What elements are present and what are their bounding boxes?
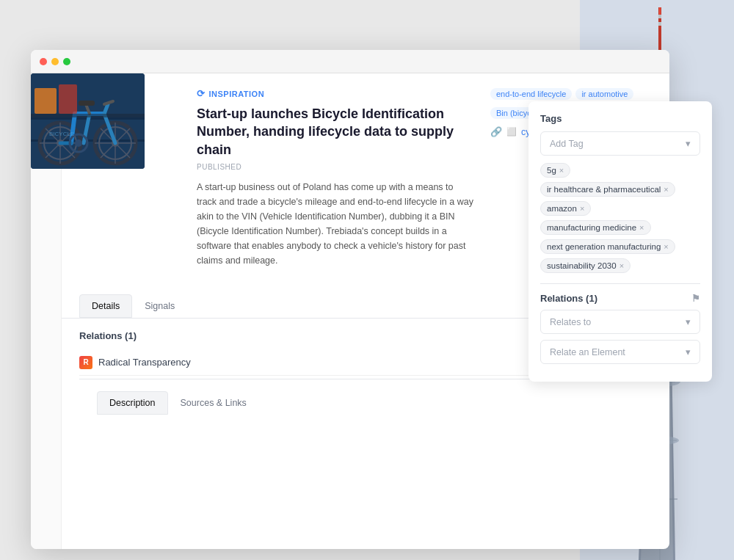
tab-details[interactable]: Details bbox=[79, 294, 132, 318]
relate-element-placeholder: Relate an Element bbox=[550, 347, 625, 357]
add-tag-placeholder: Add Tag bbox=[550, 139, 584, 149]
tag-remove-next-gen[interactable]: × bbox=[664, 242, 668, 251]
svg-rect-4 bbox=[658, 22, 661, 26]
tag-remove-manufacturing-medicine[interactable]: × bbox=[639, 223, 644, 232]
svg-rect-77 bbox=[31, 114, 145, 117]
panel-divider bbox=[540, 283, 700, 284]
chevron-down-icon: ▾ bbox=[686, 138, 691, 149]
tag-ir-automotive[interactable]: ir automotive bbox=[575, 88, 633, 100]
tag-remove-sustainability[interactable]: × bbox=[619, 261, 624, 270]
article-right-tags: end-to-end lifecycle ir automotive bbox=[490, 88, 652, 100]
tag-remove-amazon[interactable]: × bbox=[580, 204, 584, 213]
relations-panel-title: Relations (1) ⚑ bbox=[540, 293, 700, 304]
tag-chip-amazon: amazon × bbox=[540, 201, 591, 216]
relation-icon: R bbox=[79, 356, 92, 369]
tag-label: amazon bbox=[547, 204, 577, 213]
tag-chips-area: 5g × ir healthcare & pharmaceutical × am… bbox=[540, 163, 700, 273]
inspiration-icon: ⟳ bbox=[197, 88, 206, 99]
traffic-light-yellow[interactable] bbox=[51, 58, 59, 65]
relation-name: R Radical Transparency bbox=[79, 356, 191, 369]
tag-chip-manufacturing-medicine: manufacturing medicine × bbox=[540, 220, 651, 235]
tag-end-to-end[interactable]: end-to-end lifecycle bbox=[490, 88, 572, 100]
filter-icon[interactable]: ⚑ bbox=[691, 293, 700, 304]
relates-to-placeholder: Relates to bbox=[550, 317, 591, 327]
traffic-light-red[interactable] bbox=[40, 58, 47, 65]
chevron-down-icon-2: ▾ bbox=[686, 316, 691, 327]
tag-chip-next-gen: next generation manufacturing × bbox=[540, 239, 675, 254]
svg-rect-74 bbox=[79, 101, 95, 106]
tab-signals[interactable]: Signals bbox=[132, 294, 187, 318]
add-tag-dropdown[interactable]: Add Tag ▾ bbox=[540, 131, 700, 156]
relates-to-dropdown[interactable]: Relates to ▾ bbox=[540, 310, 700, 334]
right-panel: Tags Add Tag ▾ 5g × ir healthcare & phar… bbox=[528, 101, 712, 382]
tag-chip-healthcare: ir healthcare & pharmaceutical × bbox=[540, 182, 675, 197]
svg-rect-2 bbox=[659, 7, 661, 15]
article-category: ⟳ INSPIRATION bbox=[197, 88, 476, 99]
tag-label: next generation manufacturing bbox=[547, 242, 661, 251]
tag-remove-5g[interactable]: × bbox=[559, 166, 564, 175]
svg-point-70 bbox=[75, 139, 82, 147]
tags-panel-title: Tags bbox=[540, 113, 700, 124]
svg-rect-3 bbox=[658, 15, 661, 18]
traffic-light-green[interactable] bbox=[63, 58, 70, 65]
bike-photo: BICYCLE bbox=[31, 73, 145, 169]
svg-rect-75 bbox=[34, 88, 57, 114]
tag-label: sustainability 2030 bbox=[547, 261, 617, 270]
chevron-down-icon-3: ▾ bbox=[686, 346, 691, 357]
article-body: A start-up business out of Poland has co… bbox=[197, 180, 476, 268]
browser-titlebar bbox=[31, 50, 669, 73]
svg-text:BICYCLE: BICYCLE bbox=[49, 131, 74, 137]
tag-remove-healthcare[interactable]: × bbox=[664, 185, 668, 194]
tag-chip-sustainability: sustainability 2030 × bbox=[540, 258, 631, 273]
external-icon: ⬜ bbox=[506, 127, 517, 137]
article-title: Start-up launches Bicycle Identification… bbox=[197, 105, 476, 159]
link-icon: 🔗 bbox=[490, 126, 502, 137]
relate-element-dropdown[interactable]: Relate an Element ▾ bbox=[540, 340, 700, 364]
tab-sources[interactable]: Sources & Links bbox=[168, 391, 259, 415]
tag-chip-5g: 5g × bbox=[540, 163, 570, 178]
svg-rect-76 bbox=[59, 84, 77, 114]
bottom-tabs: Description Sources & Links bbox=[79, 391, 652, 415]
tab-description[interactable]: Description bbox=[97, 391, 168, 415]
tag-label: ir healthcare & pharmaceutical bbox=[547, 185, 661, 194]
tag-label: manufacturing medicine bbox=[547, 223, 636, 232]
article-image: BICYCLE bbox=[31, 73, 145, 169]
tag-label: 5g bbox=[547, 166, 556, 175]
published-label: PUBLISHED bbox=[197, 163, 476, 171]
